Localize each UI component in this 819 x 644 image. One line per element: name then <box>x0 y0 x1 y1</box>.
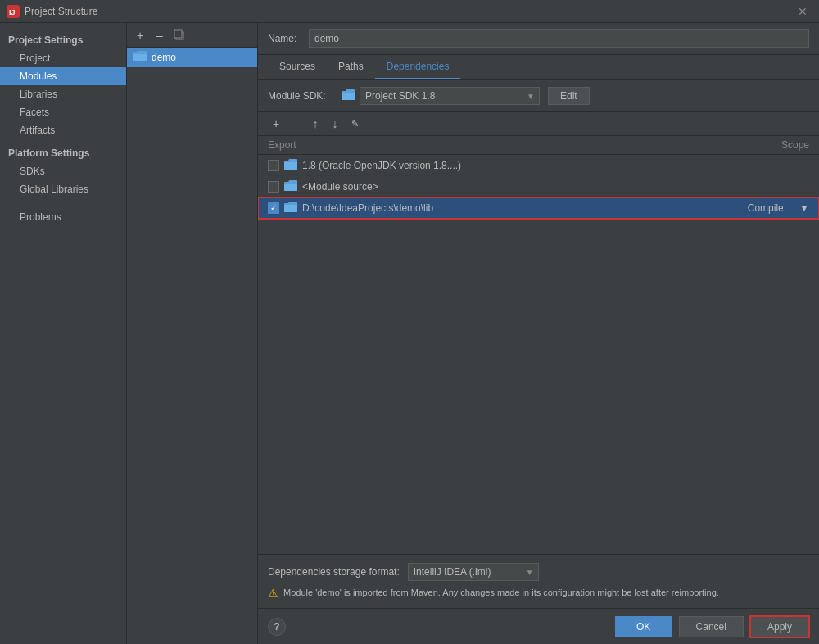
col-scope-header: Scope <box>744 139 809 151</box>
module-name-input[interactable] <box>309 29 809 48</box>
module-toolbar: + – <box>127 23 257 48</box>
module-folder-icon <box>133 51 147 64</box>
window-title: Project Structure <box>25 6 97 17</box>
sdk-row: Module SDK: Project SDK 1.8 ▼ Edit <box>258 80 819 112</box>
sidebar-item-problems[interactable]: Problems <box>0 208 126 226</box>
apply-button[interactable]: Apply <box>750 616 809 637</box>
dep-checkbox-module[interactable] <box>268 181 279 193</box>
warning-icon: ⚠ <box>268 587 278 600</box>
close-button[interactable]: ✕ <box>793 3 812 20</box>
sdk-dropdown[interactable]: Project SDK 1.8 <box>360 87 540 105</box>
module-name: demo <box>152 52 176 63</box>
move-down-dep-button[interactable]: ↓ <box>327 116 343 132</box>
bottom-section: Dependencies storage format: IntelliJ ID… <box>258 554 819 608</box>
storage-format-dropdown-wrapper[interactable]: IntelliJ IDEA (.iml) ▼ <box>408 563 539 581</box>
tabs-row: Sources Paths Dependencies <box>258 55 819 80</box>
name-row: Name: <box>258 23 819 55</box>
svg-text:IJ: IJ <box>9 8 16 16</box>
app-icon: IJ <box>7 5 20 18</box>
add-dep-button[interactable]: + <box>268 116 284 132</box>
deps-toolbar: + – ↑ ↓ ✎ <box>258 112 819 136</box>
tab-paths[interactable]: Paths <box>327 55 375 79</box>
storage-format-label: Dependencies storage format: <box>268 566 400 578</box>
module-panel: + – demo <box>127 23 258 644</box>
storage-format-dropdown[interactable]: IntelliJ IDEA (.iml) <box>408 563 539 581</box>
sdk-folder-icon <box>342 89 355 102</box>
storage-format-row: Dependencies storage format: IntelliJ ID… <box>268 563 809 581</box>
footer-right: OK Cancel Apply <box>615 616 809 637</box>
table-row[interactable]: ✓ D:\code\IdeaProjects\demo\lib Compile … <box>258 197 819 219</box>
col-export-header: Export <box>268 139 333 151</box>
name-label: Name: <box>268 33 301 44</box>
deps-list: 1.8 (Oracle OpenJDK version 1.8....) <Mo… <box>258 155 819 554</box>
cancel-button[interactable]: Cancel <box>679 616 744 637</box>
tab-sources[interactable]: Sources <box>268 55 327 79</box>
add-module-button[interactable]: + <box>132 27 148 43</box>
sidebar: Project Settings Project Modules Librari… <box>0 23 127 644</box>
copy-module-button[interactable] <box>171 27 188 43</box>
dep-name-jdk: 1.8 (Oracle OpenJDK version 1.8....) <box>302 160 739 171</box>
sidebar-item-facets[interactable]: Facets <box>0 103 126 121</box>
scope-dropdown-lib[interactable]: Compile Test Provided Runtime <box>748 202 797 214</box>
platform-settings-label: Platform Settings <box>0 139 126 162</box>
project-settings-label: Project Settings <box>0 29 126 49</box>
dep-checkbox-jdk[interactable] <box>268 160 279 171</box>
dep-name-lib: D:\code\IdeaProjects\demo\lib <box>302 202 739 214</box>
table-row[interactable]: 1.8 (Oracle OpenJDK version 1.8....) <box>258 155 819 176</box>
warning-text: Module 'demo' is imported from Maven. An… <box>283 587 719 597</box>
main-layout: Project Settings Project Modules Librari… <box>0 23 819 644</box>
sdk-dropdown-wrapper[interactable]: Project SDK 1.8 ▼ <box>360 87 540 105</box>
footer-left: ? <box>268 618 286 636</box>
sidebar-item-modules[interactable]: Modules <box>0 67 126 85</box>
sidebar-item-global-libraries[interactable]: Global Libraries <box>0 180 126 198</box>
sidebar-item-sdks[interactable]: SDKs <box>0 162 126 180</box>
move-up-dep-button[interactable]: ↑ <box>307 116 324 132</box>
remove-dep-button[interactable]: – <box>287 116 304 132</box>
table-row[interactable]: <Module source> <box>258 176 819 197</box>
help-button[interactable]: ? <box>268 618 286 636</box>
tab-dependencies[interactable]: Dependencies <box>375 55 461 79</box>
dep-folder-icon-jdk <box>284 159 297 172</box>
dep-scope-lib: Compile Test Provided Runtime ▼ <box>744 202 809 214</box>
sdk-label: Module SDK: <box>268 90 333 102</box>
warning-row: ⚠ Module 'demo' is imported from Maven. … <box>268 587 809 600</box>
remove-module-button[interactable]: – <box>152 27 168 43</box>
dep-folder-icon-module <box>284 180 297 193</box>
edit-sdk-button[interactable]: Edit <box>548 87 590 105</box>
dep-folder-icon-lib <box>284 202 297 215</box>
footer: ? OK Cancel Apply <box>258 608 819 644</box>
sidebar-item-project[interactable]: Project <box>0 49 126 67</box>
svg-rect-3 <box>174 30 182 38</box>
deps-table-header: Export Scope <box>258 136 819 155</box>
sidebar-item-libraries[interactable]: Libraries <box>0 85 126 103</box>
module-item-demo[interactable]: demo <box>127 48 257 67</box>
title-bar: IJ Project Structure ✕ <box>0 0 819 23</box>
dep-name-module: <Module source> <box>302 181 739 193</box>
edit-dep-button[interactable]: ✎ <box>346 116 363 132</box>
dep-checkbox-lib[interactable]: ✓ <box>268 202 279 214</box>
ok-button[interactable]: OK <box>615 616 672 637</box>
content-area: Name: Sources Paths Dependencies Module … <box>258 23 819 644</box>
sidebar-item-artifacts[interactable]: Artifacts <box>0 121 126 139</box>
